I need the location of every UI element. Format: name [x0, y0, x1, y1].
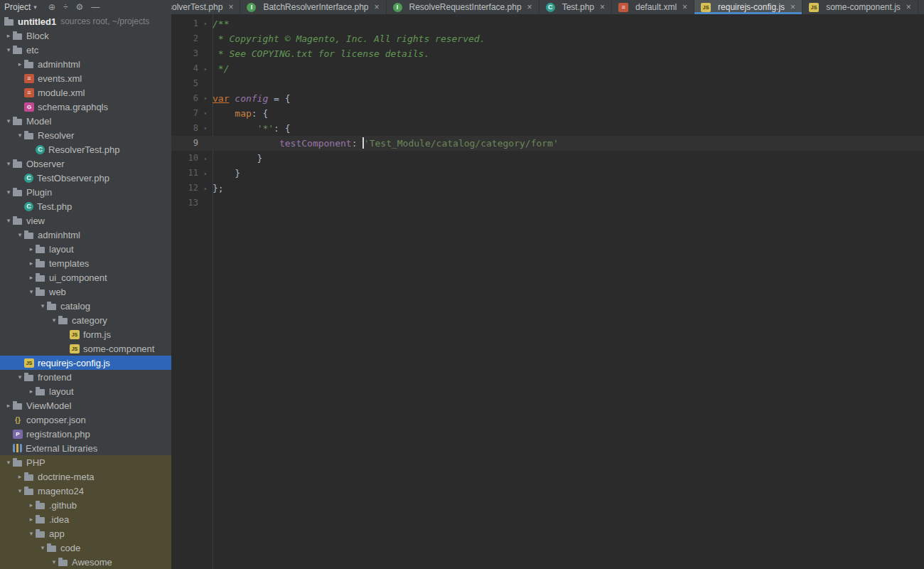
tab-BatchResolverInterface.php[interactable]: IBatchResolverInterface.php× [240, 0, 386, 14]
tree-item-schema.graphqls[interactable]: Gschema.graphqls [0, 100, 171, 114]
fold-start-icon[interactable]: ▾ [198, 106, 213, 121]
chevron-down-icon[interactable]: ▾ [4, 160, 13, 167]
editor-line-5[interactable]: 5 [171, 76, 924, 91]
tab-requirejs-config.js[interactable]: JSrequirejs-config.js× [694, 0, 802, 14]
tree-item-composer.json[interactable]: {}composer.json [0, 413, 171, 427]
tree-item-layout[interactable]: ▸layout [0, 384, 171, 398]
chevron-down-icon[interactable]: ▾ [4, 117, 13, 124]
fold-end-icon[interactable]: ▴ [198, 181, 213, 196]
chevron-down-icon[interactable]: ▾ [4, 459, 13, 466]
tree-item-templates[interactable]: ▸templates [0, 256, 171, 270]
chevron-right-icon[interactable]: ▸ [27, 260, 36, 267]
chevron-right-icon[interactable]: ▸ [27, 245, 36, 252]
tree-item-.github[interactable]: ▸.github [0, 498, 171, 512]
filter-icon[interactable]: ÷ [63, 0, 68, 14]
close-icon[interactable]: × [228, 2, 233, 12]
chevron-right-icon[interactable]: ▸ [16, 473, 24, 480]
chevron-down-icon[interactable]: ▾ [4, 188, 13, 196]
tree-item-ViewModel[interactable]: ▸ViewModel [0, 398, 171, 413]
editor-line-8[interactable]: 8▾ '*': { [171, 121, 924, 136]
tree-item-some-component[interactable]: JSsome-component [0, 341, 171, 356]
tab-Test.php[interactable]: CTest.php× [539, 0, 612, 14]
tree-item-Model[interactable]: ▾Model [0, 114, 171, 128]
gear-icon[interactable]: ⚙ [76, 0, 84, 14]
chevron-right-icon[interactable]: ▸ [27, 388, 36, 395]
chevron-down-icon[interactable]: ▾ [4, 217, 13, 224]
chevron-down-icon[interactable]: ▾ [4, 46, 13, 53]
chevron-down-icon[interactable]: ▾ [16, 231, 24, 238]
tab-default.xml[interactable]: ≡default.xml× [612, 0, 694, 14]
hide-icon[interactable]: — [91, 0, 100, 14]
tree-item-doctrine-meta[interactable]: ▸doctrine-meta [0, 469, 171, 484]
fold-end-icon[interactable]: ▴ [198, 61, 213, 76]
close-icon[interactable]: × [906, 2, 911, 12]
chevron-down-icon[interactable]: ▾ [38, 544, 47, 551]
editor-line-10[interactable]: 10▴ } [171, 151, 924, 166]
editor-line-11[interactable]: 11▴ } [171, 166, 924, 181]
fold-end-icon[interactable]: ▴ [198, 151, 213, 166]
editor-line-9[interactable]: 9 testComponent: 'Test_Module/catalog/ca… [171, 136, 924, 151]
tree-item-ResolverTest.php[interactable]: CResolverTest.php [0, 142, 171, 156]
tree-item-code[interactable]: ▾code [0, 541, 171, 555]
close-icon[interactable]: × [682, 2, 687, 12]
fold-start-icon[interactable]: ▾ [198, 91, 213, 106]
chevron-down-icon[interactable]: ▾ [27, 288, 36, 295]
tree-item-registration.php[interactable]: Pregistration.php [0, 427, 171, 441]
editor-line-4[interactable]: 4▴ */ [171, 61, 924, 76]
tree-item-frontend[interactable]: ▾frontend [0, 370, 171, 384]
tab-ResolveRequestInterface.php[interactable]: IResolveRequestInterface.php× [387, 0, 539, 14]
chevron-right-icon[interactable]: ▸ [4, 32, 13, 39]
chevron-right-icon[interactable]: ▸ [27, 516, 36, 523]
tab-some-component.js[interactable]: JSsome-component.js× [802, 0, 918, 14]
tree-item-requirejs-config.js[interactable]: JSrequirejs-config.js [0, 356, 171, 370]
tree-item-events.xml[interactable]: ≡events.xml [0, 71, 171, 85]
editor-line-1[interactable]: 1▾/** [171, 16, 924, 31]
tree-item-PHP[interactable]: ▾PHP [0, 455, 171, 469]
tree-item-Plugin[interactable]: ▾Plugin [0, 185, 171, 199]
tree-item-adminhtml[interactable]: ▾adminhtml [0, 228, 171, 242]
tree-item-adminhtml[interactable]: ▸adminhtml [0, 57, 171, 71]
close-icon[interactable]: × [374, 2, 379, 12]
tree-item-TestObserver.php[interactable]: CTestObserver.php [0, 171, 171, 185]
tree-item-ui_component[interactable]: ▸ui_component [0, 270, 171, 284]
chevron-down-icon[interactable]: ▾ [27, 530, 36, 537]
editor-line-7[interactable]: 7▾ map: { [171, 106, 924, 121]
tree-item-module.xml[interactable]: ≡module.xml [0, 85, 171, 100]
editor-line-3[interactable]: 3 * See COPYING.txt for license details. [171, 46, 924, 61]
chevron-right-icon[interactable]: ▸ [27, 501, 36, 509]
locate-icon[interactable]: ⊕ [48, 0, 55, 14]
project-selector[interactable]: Project ▾ [4, 2, 37, 12]
chevron-down-icon[interactable]: ▾ [50, 558, 58, 565]
tree-item-layout[interactable]: ▸layout [0, 242, 171, 256]
tree-item-.idea[interactable]: ▸.idea [0, 512, 171, 526]
tab-solverTest.php[interactable]: solverTest.php× [171, 0, 240, 14]
close-icon[interactable]: × [790, 2, 795, 12]
editor-line-2[interactable]: 2 * Copyright © Magento, Inc. All rights… [171, 31, 924, 46]
tree-item-app[interactable]: ▾app [0, 526, 171, 541]
tree-item-view[interactable]: ▾view [0, 213, 171, 228]
tree-item-category[interactable]: ▾category [0, 313, 171, 327]
fold-start-icon[interactable]: ▾ [198, 16, 213, 31]
chevron-down-icon[interactable]: ▾ [16, 373, 24, 381]
tree-item-Block[interactable]: ▸Block [0, 28, 171, 43]
editor-line-12[interactable]: 12▴}; [171, 181, 924, 196]
chevron-down-icon[interactable]: ▾ [16, 132, 24, 139]
chevron-right-icon[interactable]: ▸ [27, 274, 36, 281]
editor-line-6[interactable]: 6▾var config = { [171, 91, 924, 106]
tree-item-Observer[interactable]: ▾Observer [0, 156, 171, 171]
chevron-down-icon[interactable]: ▾ [38, 302, 47, 309]
tree-item-Awesome[interactable]: ▾Awesome [0, 555, 171, 569]
tree-item-etc[interactable]: ▾etc [0, 43, 171, 57]
tree-item-catalog[interactable]: ▾catalog [0, 299, 171, 313]
code-editor[interactable]: 1▾/**2 * Copyright © Magento, Inc. All r… [171, 14, 924, 569]
tree-item-web[interactable]: ▾web [0, 284, 171, 299]
tree-root-item[interactable]: untitled1 sources root, ~/projects [0, 14, 171, 28]
chevron-right-icon[interactable]: ▸ [16, 60, 24, 68]
tree-item-Resolver[interactable]: ▾Resolver [0, 128, 171, 142]
fold-start-icon[interactable]: ▾ [198, 121, 213, 136]
tree-item-magento24[interactable]: ▾magento24 [0, 484, 171, 498]
close-icon[interactable]: × [600, 2, 605, 12]
editor-line-13[interactable]: 13 [171, 196, 924, 211]
close-icon[interactable]: × [527, 2, 532, 12]
chevron-down-icon[interactable]: ▾ [16, 487, 24, 494]
